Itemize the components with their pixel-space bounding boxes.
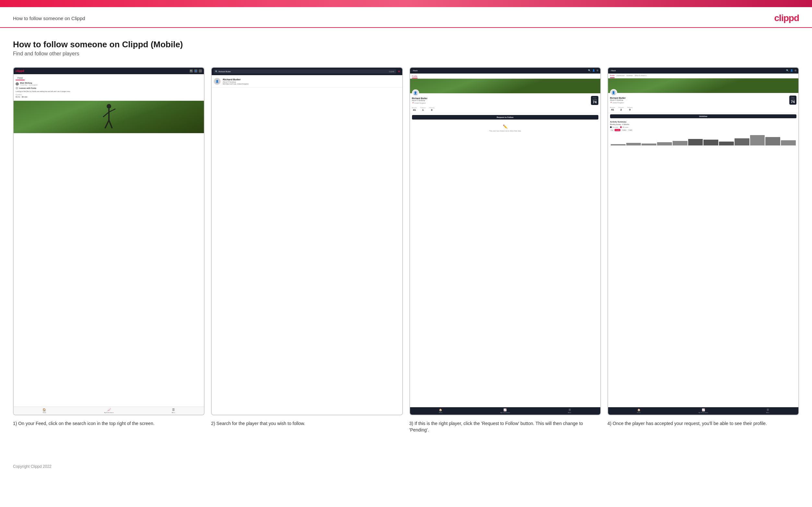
- quality-badge: Player Quality 74: [591, 96, 598, 105]
- nav-perf-label: My Performance: [501, 412, 510, 413]
- nav-performance[interactable]: 📈 My Performance: [699, 408, 708, 413]
- nav-menu-label: Menu: [766, 412, 769, 413]
- step-4-description: 4) Once the player has accepted your req…: [607, 420, 799, 427]
- step4-bottom-nav: 🏠 Home 📈 My Performance ☰ Menu: [608, 407, 798, 415]
- legend-dot-off-course: [620, 126, 622, 128]
- step3-top-icons: 🔍 👤 ⚙: [588, 69, 598, 72]
- step4-stats-row: Activities 41 Followers 2 Following 0: [608, 105, 798, 113]
- nav-performance[interactable]: 📈 My Performance: [501, 408, 510, 413]
- search-query: Richard Butler: [218, 71, 388, 72]
- step3-tab-bar: Profile: [410, 73, 600, 79]
- menu-icon[interactable]: ⋯: [199, 69, 202, 72]
- profile-icon[interactable]: 👤: [194, 69, 197, 72]
- clear-button[interactable]: CLEAR: [389, 71, 395, 72]
- performance-icon: 📈: [503, 408, 507, 411]
- time-tab-1yr[interactable]: 1 yr: [610, 129, 614, 131]
- no-data-section: ✏️ This user has chosen not to share the…: [410, 121, 600, 135]
- nav-home-label: Home: [43, 412, 46, 413]
- step1-icons: 🔍 👤 ⋯: [190, 69, 202, 72]
- post-avatar: [15, 82, 19, 86]
- back-button[interactable]: ‹ Back: [610, 70, 616, 72]
- profile-cover: 👤: [608, 78, 798, 93]
- golf-image: [14, 101, 204, 133]
- nav-performance[interactable]: 📈 My Performance: [104, 408, 113, 413]
- profile-icon[interactable]: 👤: [790, 69, 793, 72]
- step-1-screen: clippd 🔍 👤 ⋯ Feed: [14, 68, 204, 415]
- bar-12: [781, 140, 796, 146]
- nav-home[interactable]: 🏠 Home: [43, 408, 46, 413]
- following-stat: Following 0: [429, 107, 435, 111]
- followers-stat: Followers 2: [618, 107, 624, 111]
- home-icon: 🏠: [439, 408, 442, 411]
- nav-home-label: Home: [439, 412, 443, 413]
- legend-on-course: On course: [610, 126, 618, 128]
- menu-icon: ☰: [568, 408, 571, 411]
- step3-topbar: ‹ Back 🔍 👤 ⚙: [410, 68, 600, 73]
- legend-label-off-course: Off course: [622, 126, 628, 128]
- svg-line-3: [109, 109, 115, 112]
- nav-menu[interactable]: ☰ Menu: [172, 408, 175, 413]
- time-tab-6mths[interactable]: 6 mths: [615, 129, 620, 131]
- player-location: 📍 United Kingdom: [412, 102, 598, 104]
- unfollow-button[interactable]: Unfollow: [610, 114, 797, 118]
- search-result-item[interactable]: 👤 Richard Butler Above 5 Handicap Mill R…: [212, 75, 402, 88]
- svg-line-5: [109, 120, 112, 128]
- step-4-card: ‹ Back 🔍 👤 ⚙ Profile Dashboard Act: [607, 67, 799, 433]
- page-heading: How to follow someone on Clippd (Mobile): [13, 40, 799, 50]
- post-title: Lesson with Fordy: [19, 87, 36, 89]
- top-accent-bar: [0, 0, 812, 7]
- close-search-button[interactable]: ✕: [398, 70, 400, 73]
- profile-icon[interactable]: 👤: [592, 69, 595, 72]
- search-icon[interactable]: 🔍: [190, 69, 193, 72]
- result-name: Richard Butler: [223, 78, 249, 81]
- page-subheading: Find and follow other players: [13, 51, 799, 57]
- nav-menu-label: Menu: [568, 412, 571, 413]
- back-button[interactable]: ‹ Back: [412, 70, 418, 72]
- bar-10: [750, 135, 765, 146]
- tab-profile[interactable]: Profile: [610, 73, 615, 78]
- settings-icon[interactable]: ⚙: [795, 69, 797, 72]
- bar-2: [626, 143, 641, 146]
- nav-menu[interactable]: ☰ Menu: [766, 408, 769, 413]
- step4-topbar: ‹ Back 🔍 👤 ⚙: [608, 68, 798, 73]
- settings-icon[interactable]: ⚙: [597, 69, 598, 72]
- time-tab-3mths[interactable]: 3 mths: [621, 129, 627, 131]
- post-small-avatar: [15, 87, 18, 90]
- step4-tab-bar: Profile Dashboard Activities What To Wor…: [608, 73, 798, 78]
- request-follow-button[interactable]: Request to Follow: [412, 115, 598, 120]
- tab-activities[interactable]: Activities: [626, 73, 633, 78]
- bar-4: [657, 142, 672, 146]
- player-handicap: Above 5 Handicap: [412, 100, 598, 101]
- profile-tab[interactable]: Profile: [412, 75, 417, 78]
- step-2-card: 🔍 Richard Butler CLEAR ✕ 👤 Richard Butle…: [211, 67, 403, 433]
- bar-6: [688, 139, 703, 146]
- step-1-card: clippd 🔍 👤 ⋯ Feed: [13, 67, 205, 433]
- nav-menu[interactable]: ☰ Menu: [568, 408, 571, 413]
- bar-7: [703, 139, 718, 146]
- svg-line-4: [105, 120, 109, 128]
- duration-label: Duration: [15, 94, 202, 96]
- result-avatar: 👤: [214, 78, 221, 85]
- search-icon[interactable]: 🔍: [786, 69, 789, 72]
- copyright-text: Copyright Clippd 2022: [13, 464, 52, 469]
- search-icon[interactable]: 🔍: [588, 69, 591, 72]
- time-tab-1mth[interactable]: 1 mth: [627, 129, 633, 131]
- bar-5: [673, 141, 688, 146]
- home-icon: 🏠: [637, 408, 641, 411]
- tab-dashboard[interactable]: Dashboard: [616, 73, 624, 78]
- step2-search-box[interactable]: 🔍 Richard Butler CLEAR: [214, 69, 396, 73]
- nav-performance-label: My Performance: [104, 412, 113, 413]
- step1-bottom-nav: 🏠 Home 📈 My Performance ☰ Menu: [14, 406, 204, 415]
- followers-stat: Followers 1: [420, 107, 425, 111]
- nav-home[interactable]: 🏠 Home: [439, 408, 443, 413]
- golfer-svg: [99, 102, 119, 131]
- bar-8: [719, 142, 734, 146]
- step-1-description: 1) On your Feed, click on the search ico…: [13, 420, 205, 427]
- tab-what-to-work[interactable]: What To Work O: [635, 73, 647, 78]
- header: How to follow someone on Clippd clippd: [0, 7, 812, 28]
- menu-icon: ☰: [767, 408, 769, 411]
- back-label: Back: [611, 70, 616, 72]
- nav-home[interactable]: 🏠 Home: [637, 408, 641, 413]
- step-1-phone: clippd 🔍 👤 ⋯ Feed: [13, 67, 205, 415]
- followers-value: 2: [620, 108, 622, 111]
